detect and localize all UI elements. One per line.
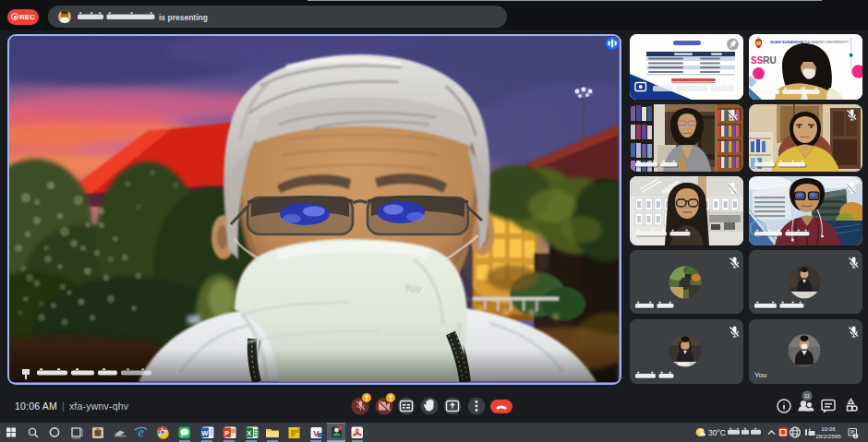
svg-text:RAJABHAT UNIVERSITY: RAJABHAT UNIVERSITY bbox=[804, 40, 849, 44]
svg-text:SUAN SUNANDHA: SUAN SUNANDHA bbox=[770, 40, 803, 44]
svg-text:P: P bbox=[224, 429, 229, 437]
svg-text:SSRU: SSRU bbox=[751, 55, 777, 66]
svg-text:28/2/2565: 28/2/2565 bbox=[815, 433, 841, 439]
svg-text:You: You bbox=[754, 371, 767, 379]
svg-text:30°C: 30°C bbox=[708, 428, 726, 437]
svg-text:W: W bbox=[201, 429, 209, 437]
svg-text:11: 11 bbox=[804, 393, 811, 399]
svg-text:is presenting: is presenting bbox=[159, 13, 208, 22]
svg-text:1: 1 bbox=[854, 433, 857, 438]
svg-text:10:06: 10:06 bbox=[821, 425, 836, 432]
svg-text:X: X bbox=[247, 429, 251, 437]
